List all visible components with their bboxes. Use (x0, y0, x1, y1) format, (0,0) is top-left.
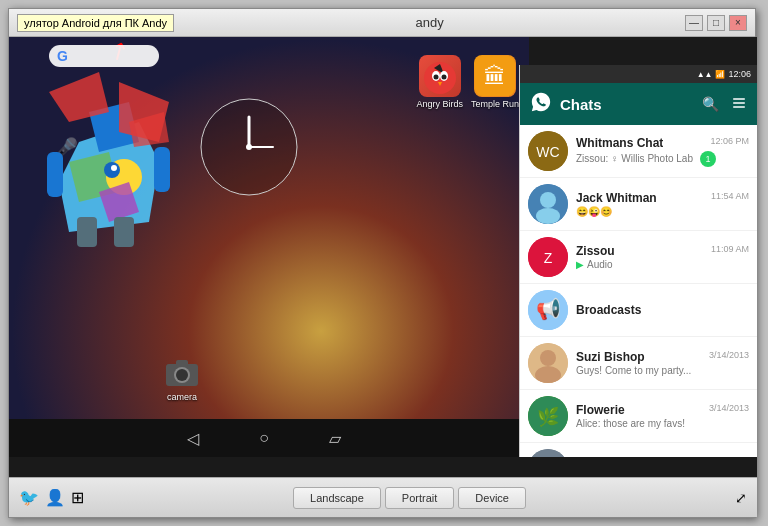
portrait-button[interactable]: Portrait (385, 487, 454, 509)
svg-point-17 (246, 144, 252, 150)
toolbar-left: 🐦 👤 ⊞ (19, 488, 84, 507)
svg-text:🌿: 🌿 (537, 406, 560, 428)
broadcasts-name: Broadcasts (576, 303, 641, 317)
jack-preview-text: 😄😜😊 (576, 206, 612, 217)
wa-menu-icon[interactable] (731, 95, 747, 114)
svg-text:WC: WC (536, 144, 559, 160)
chat-item-jack[interactable]: Jack Whitman 11:54 AM 😄😜😊 (520, 178, 757, 231)
chat-item-broadcasts[interactable]: 📢 Broadcasts (520, 284, 757, 337)
suzi-preview: Guys! Come to my party... (576, 365, 749, 376)
svg-rect-30 (176, 360, 188, 366)
svg-rect-32 (733, 102, 745, 103)
zissou-name: Zissou (576, 244, 615, 258)
chat-item-zissou[interactable]: Z Zissou 11:09 AM ▶ Audio (520, 231, 757, 284)
main-window: улятор Android для ПК Andy andy — □ × ↗ … (8, 8, 756, 518)
lunch-top: Lunch Group 2/13/2013 (576, 456, 749, 457)
status-icons: ▲▲ 📶 12:06 (697, 69, 751, 79)
flowerie-time: 3/14/2013 (709, 403, 749, 413)
flowerie-preview-text: Alice: those are my favs! (576, 418, 685, 429)
whitmans-info: Whitmans Chat 12:06 PM Zissou: ♀ Willis … (576, 136, 749, 167)
wa-search-icon[interactable]: 🔍 (702, 96, 719, 112)
svg-rect-33 (733, 106, 745, 107)
tooltip-box: улятор Android для ПК Andy (17, 14, 174, 32)
toolbar-grid-icon[interactable]: ⊞ (71, 488, 84, 507)
app-icons-row: Angry Birds 🏛 Temple Run (416, 55, 519, 109)
toolbar-person-icon[interactable]: 👤 (45, 488, 65, 507)
chat-item-suzi[interactable]: Suzi Bishop 3/14/2013 Guys! Come to my p… (520, 337, 757, 390)
whitmans-top: Whitmans Chat 12:06 PM (576, 136, 749, 150)
temple-run-label: Temple Run (471, 99, 519, 109)
zissou-preview-text: Audio (587, 259, 613, 270)
back-button[interactable]: ◁ (187, 429, 199, 448)
maximize-button[interactable]: □ (707, 15, 725, 31)
chat-item-lunch[interactable]: EAT Lunch Group 2/13/2013 ...On my way (520, 443, 757, 457)
svg-point-23 (441, 75, 446, 80)
wifi-icon: ▲▲ (697, 70, 713, 79)
svg-point-7 (111, 165, 117, 171)
jack-avatar (528, 184, 568, 224)
toolbar-expand-icon[interactable]: ⤢ (735, 490, 747, 506)
angry-birds-icon-img (419, 55, 461, 97)
jack-preview: 😄😜😊 (576, 206, 749, 217)
jack-top: Jack Whitman 11:54 AM (576, 191, 749, 205)
svg-point-22 (433, 75, 438, 80)
whitmans-name: Whitmans Chat (576, 136, 663, 150)
robot-illustration (19, 62, 199, 302)
angry-birds-app-icon[interactable]: Angry Birds (416, 55, 463, 109)
android-wallpaper: ↗ G 🎤 (9, 37, 529, 457)
whitmans-preview-text: Zissou: ♀ Willis Photo Lab (576, 153, 693, 164)
suzi-preview-text: Guys! Come to my party... (576, 365, 691, 376)
chat-item-flowerie[interactable]: 🌿 Flowerie 3/14/2013 Alice: those are my… (520, 390, 757, 443)
svg-rect-48 (528, 449, 568, 457)
suzi-top: Suzi Bishop 3/14/2013 (576, 350, 749, 364)
lunch-name: Lunch Group (576, 456, 651, 457)
svg-rect-31 (733, 98, 745, 99)
android-screen: ↗ G 🎤 (9, 37, 757, 477)
zissou-avatar: Z (528, 237, 568, 277)
camera-icon-area[interactable]: camera (164, 358, 200, 402)
svg-text:📢: 📢 (536, 297, 561, 321)
suzi-info: Suzi Bishop 3/14/2013 Guys! Come to my p… (576, 350, 749, 376)
suzi-time: 3/14/2013 (709, 350, 749, 360)
close-button[interactable]: × (729, 15, 747, 31)
toolbar-play-icon[interactable]: 🐦 (19, 488, 39, 507)
temple-run-app-icon[interactable]: 🏛 Temple Run (471, 55, 519, 109)
title-bar-left: улятор Android для ПК Andy (17, 14, 174, 32)
title-bar: улятор Android для ПК Andy andy — □ × (9, 9, 755, 37)
bottom-toolbar: 🐦 👤 ⊞ Landscape Portrait Device ⤢ (9, 477, 757, 517)
jack-info: Jack Whitman 11:54 AM 😄😜😊 (576, 191, 749, 217)
suzi-name: Suzi Bishop (576, 350, 645, 364)
whitmans-avatar: WC (528, 131, 568, 171)
zissou-top: Zissou 11:09 AM (576, 244, 749, 258)
svg-rect-11 (114, 217, 134, 247)
angry-birds-label: Angry Birds (416, 99, 463, 109)
jack-name: Jack Whitman (576, 191, 657, 205)
title-bar-center: andy (415, 15, 443, 30)
landscape-button[interactable]: Landscape (293, 487, 381, 509)
whitmans-time: 12:06 PM (710, 136, 749, 146)
suzi-avatar (528, 343, 568, 383)
audio-icon: ▶ (576, 259, 584, 270)
camera-label: camera (164, 392, 200, 402)
flowerie-info: Flowerie 3/14/2013 Alice: those are my f… (576, 403, 749, 429)
whatsapp-logo (530, 91, 552, 118)
chat-list: WC Whitmans Chat 12:06 PM Zissou: ♀ Will… (520, 125, 757, 457)
broadcasts-avatar: 📢 (528, 290, 568, 330)
device-button[interactable]: Device (458, 487, 526, 509)
title-bar-controls: — □ × (685, 15, 747, 31)
recent-button[interactable]: ▱ (329, 429, 341, 448)
svg-rect-12 (47, 152, 63, 197)
zissou-info: Zissou 11:09 AM ▶ Audio (576, 244, 749, 270)
chat-item-whitmans[interactable]: WC Whitmans Chat 12:06 PM Zissou: ♀ Will… (520, 125, 757, 178)
zissou-time: 11:09 AM (711, 244, 749, 254)
flowerie-preview: Alice: those are my favs! (576, 418, 749, 429)
svg-text:Z: Z (544, 250, 553, 266)
whitmans-preview: Zissou: ♀ Willis Photo Lab 1 (576, 151, 749, 167)
home-button[interactable]: ○ (259, 429, 269, 447)
minimize-button[interactable]: — (685, 15, 703, 31)
broadcasts-top: Broadcasts (576, 303, 749, 317)
whitmans-badge: 1 (700, 151, 716, 167)
zissou-preview: ▶ Audio (576, 259, 749, 270)
flowerie-avatar: 🌿 (528, 396, 568, 436)
lunch-time: 2/13/2013 (709, 456, 749, 457)
